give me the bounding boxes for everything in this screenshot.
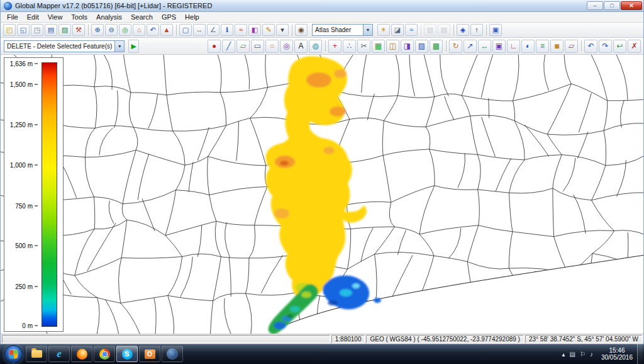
move-feature-icon[interactable]: ↔ <box>478 40 491 53</box>
redo-edit-icon[interactable]: ↷ <box>599 40 612 53</box>
create-text-icon[interactable]: A <box>294 40 308 53</box>
taskbar-explorer-icon[interactable] <box>26 346 47 362</box>
icon-glyph: ╱ <box>226 42 231 50</box>
attribute-editor-icon[interactable]: ≡ <box>536 40 549 53</box>
load-workspace-icon[interactable]: ▨ <box>58 24 71 36</box>
start-button[interactable] <box>4 345 23 363</box>
apply-color-tool-icon[interactable]: ◧ <box>248 24 261 36</box>
open-file-icon[interactable]: ◰ <box>3 24 16 36</box>
overlay-control-center-icon[interactable]: ▤ <box>45 24 57 36</box>
save-workspace-icon[interactable]: ◱ <box>17 24 30 36</box>
digitizer-tool-icon[interactable]: ✎ <box>262 24 275 36</box>
map-layout-icon[interactable]: ▣ <box>489 24 502 36</box>
combine-areas-icon[interactable]: ▦ <box>372 40 385 53</box>
menu-item[interactable]: File <box>3 13 23 21</box>
zoom-in-icon[interactable]: ⊕ <box>91 24 104 36</box>
create-area-icon[interactable]: ▱ <box>236 40 250 53</box>
create-buffer-icon[interactable]: ◍ <box>309 40 322 53</box>
create-line-icon[interactable]: ╱ <box>222 40 235 53</box>
taskbar-skype-icon[interactable]: S <box>116 346 138 362</box>
zoom-out-icon[interactable]: ⊖ <box>105 24 118 36</box>
menu-item[interactable]: Analysis <box>92 13 126 21</box>
icon-glyph: ◉ <box>298 26 304 33</box>
eraser-icon[interactable]: ▱ <box>565 40 578 53</box>
hill-shading-icon[interactable]: ◪ <box>391 24 404 36</box>
taskbar-outlook-icon[interactable]: O <box>139 346 160 362</box>
icon-glyph: ◧ <box>252 26 258 33</box>
menu-item[interactable]: Edit <box>23 13 43 21</box>
icon-glyph: ∟ <box>510 42 518 50</box>
shader-options-icon[interactable]: ☀ <box>377 24 390 36</box>
taskbar-browser-globe-icon[interactable] <box>162 346 183 362</box>
digitizer-action-combo[interactable]: DELETE - Delete Selected Feature(s) ▼ <box>4 40 125 52</box>
home-view-icon[interactable]: ⌂ <box>133 24 145 36</box>
edit-vertices-icon[interactable]: ∴ <box>343 40 356 53</box>
water-display-icon[interactable]: ≈ <box>405 24 418 36</box>
center-location-icon[interactable]: ◈ <box>457 24 469 36</box>
create-range-rings-icon[interactable]: ◎ <box>280 40 293 53</box>
menu-item[interactable]: Tools <box>67 13 92 21</box>
apply-action-button[interactable]: ▶ <box>128 40 139 53</box>
previous-vertex-icon[interactable]: ↩ <box>613 40 626 53</box>
paint-style-icon[interactable]: ◙ <box>550 40 564 53</box>
snap-toggle-icon[interactable]: + <box>328 40 341 53</box>
trace-feature-icon[interactable]: ▨ <box>415 40 428 53</box>
image-swipe-icon[interactable]: ◐ <box>521 40 535 53</box>
icon-glyph: ✎ <box>265 26 271 33</box>
create-circle-icon[interactable]: ○ <box>265 40 279 53</box>
icon-glyph: ≡ <box>540 42 545 50</box>
menu-item[interactable]: Help <box>180 13 204 21</box>
split-area-icon[interactable]: ◨ <box>401 40 414 53</box>
chevron-down-icon[interactable]: ▼ <box>363 25 372 35</box>
measure-tool-icon[interactable]: ∠ <box>207 24 219 36</box>
tray-volume-icon[interactable]: ♪ <box>590 351 593 358</box>
tray-flag-icon[interactable]: ⚐ <box>580 351 586 358</box>
clock-time: 15:46 <box>601 347 633 354</box>
shader-combo[interactable]: Atlas Shader ▼ <box>312 24 373 36</box>
rotate-feature-icon[interactable]: ↻ <box>449 40 462 53</box>
icon-glyph: ◙ <box>555 42 559 50</box>
crop-areas-icon[interactable]: ◫ <box>386 40 399 53</box>
zoom-box-tool-icon[interactable]: ▢ <box>179 24 192 36</box>
chevron-down-icon[interactable]: ▼ <box>114 41 124 52</box>
undo-edit-icon[interactable]: ↶ <box>584 40 597 53</box>
delete-feature-icon[interactable]: ✗ <box>628 40 641 53</box>
lidar-tool-icon[interactable]: ▥ <box>424 24 436 36</box>
view-3d-icon[interactable]: ▲ <box>160 24 173 36</box>
minimize-button[interactable]: – <box>587 1 603 10</box>
feature-info-tool-icon[interactable]: ℹ <box>221 24 233 36</box>
north-arrow-icon[interactable]: ↑ <box>470 24 483 36</box>
gps-tool-icon[interactable]: ▧ <box>438 24 450 36</box>
create-point-icon[interactable]: ● <box>208 40 221 53</box>
scale-feature-icon[interactable]: ↗ <box>464 40 477 53</box>
titlebar[interactable]: Global Mapper v17.2 (b051716) [64-bit] [… <box>1 0 643 12</box>
shrink-wrap-icon[interactable]: ▩ <box>430 40 443 53</box>
copy-feature-icon[interactable]: ▣ <box>492 40 506 53</box>
icon-glyph: ≈ <box>239 26 243 33</box>
print-icon[interactable]: ◳ <box>31 24 43 36</box>
find-address-icon[interactable]: ◉ <box>295 24 308 36</box>
pan-tool-icon[interactable]: ↔ <box>193 24 206 36</box>
map-canvas[interactable]: 1,636 m 1,500 m 1,250 m 1,000 m <box>1 55 643 334</box>
configuration-icon[interactable]: ⚒ <box>72 24 85 36</box>
previous-view-icon[interactable]: ↶ <box>147 24 159 36</box>
close-button[interactable]: ✕ <box>621 1 642 10</box>
measure-feature-icon[interactable]: ∟ <box>507 40 520 53</box>
taskbar-ie-icon[interactable]: e <box>48 346 70 362</box>
menu-item[interactable]: View <box>43 13 67 21</box>
more-tools-icon[interactable]: ▾ <box>276 24 289 36</box>
taskbar-firefox-icon[interactable] <box>71 346 92 362</box>
tray-app-icon[interactable]: ▤ <box>570 351 575 358</box>
maximize-button[interactable]: □ <box>604 1 620 10</box>
create-rectangle-icon[interactable]: ▭ <box>251 40 264 53</box>
legend-tick: 1,000 m <box>7 162 38 169</box>
menu-item[interactable]: GPS <box>157 13 180 21</box>
menu-item[interactable]: Search <box>126 13 157 21</box>
taskbar-chrome-icon[interactable] <box>94 346 115 362</box>
zoom-full-extent-icon[interactable]: ◎ <box>119 24 131 36</box>
show-desktop-button[interactable] <box>637 344 643 364</box>
tray-hidden-icons-chevron[interactable]: ▴ <box>562 351 565 358</box>
taskbar-clock[interactable]: 15:46 30/05/2016 <box>597 347 637 361</box>
cut-area-icon[interactable]: ✂ <box>357 40 370 53</box>
path-profile-tool-icon[interactable]: ≈ <box>235 24 247 36</box>
